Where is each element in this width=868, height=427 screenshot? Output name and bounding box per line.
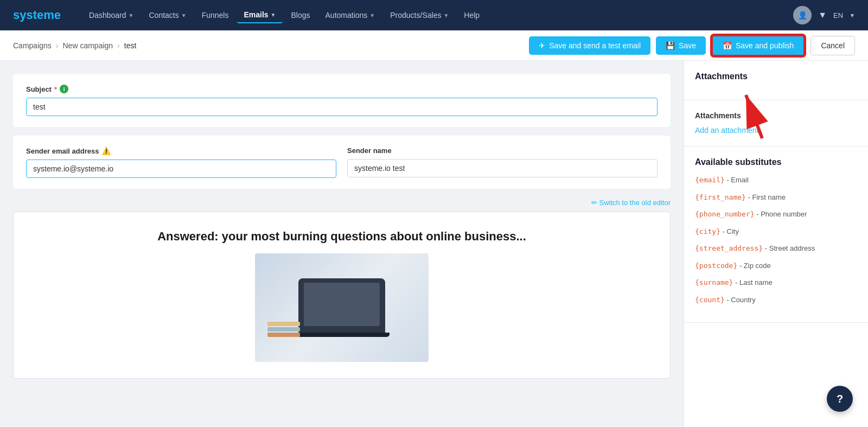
avatar[interactable]: 👤 [793,6,812,24]
save-icon: 💾 [666,41,675,50]
sender-row: Sender email address ⚠️ Sender name [26,146,658,178]
substitute-postcode: {postcode} - Zip code [695,260,857,271]
sender-email-input[interactable] [26,160,336,178]
avatar-chevron-icon[interactable]: ▼ [818,10,827,20]
sender-name-input[interactable] [347,159,658,177]
sender-email-label: Sender email address ⚠️ [26,146,336,155]
email-preview-title: Answered: your most burning questions ab… [27,228,657,245]
subject-section: Subject * i [13,74,671,127]
substitute-surname: {surname} - Last name [695,277,857,288]
sidebar: Attachments Attachments Add an attachmen… [684,61,868,427]
substitute-first-name: {first_name} - First name [695,192,857,203]
breadcrumb-sep-2: › [117,41,120,50]
content-area: Subject * i Sender email address ⚠️ Send [0,61,684,427]
main-layout: Subject * i Sender email address ⚠️ Send [0,61,868,427]
substitute-email: {email} - Email [695,175,857,186]
substitutes-section: Available substitutes {email} - Email {f… [684,146,868,323]
nav-emails[interactable]: Emails ▼ [237,7,282,23]
cancel-button[interactable]: Cancel [810,36,855,55]
chevron-icon: ▼ [369,12,375,18]
chevron-icon: ▼ [181,12,187,18]
help-button[interactable]: ? [827,386,853,412]
subject-input[interactable] [26,98,658,116]
navbar: systeme Dashboard ▼ Contacts ▼ Funnels E… [0,0,868,30]
navbar-right: 👤 ▼ EN ▼ [793,6,855,24]
chevron-icon: ▼ [129,12,134,18]
substitute-street: {street_address} - Street address [695,243,857,254]
nav-blogs[interactable]: Blogs [285,8,317,23]
nav-products-sales[interactable]: Products/Sales ▼ [384,8,455,23]
breadcrumb-new-campaign[interactable]: New campaign [63,41,113,50]
substitute-country: {count} - Country [695,295,857,305]
save-test-email-button[interactable]: ✈ Save and send a test email [529,36,650,55]
breadcrumb-campaigns[interactable]: Campaigns [13,41,52,50]
language-selector[interactable]: EN [833,11,843,20]
attachments-main-heading: Attachments [695,72,857,81]
substitute-city: {city} - City [695,226,857,237]
breadcrumb-sep-1: › [56,41,59,50]
sender-email-col: Sender email address ⚠️ [26,146,336,178]
breadcrumb: Campaigns › New campaign › test [13,41,136,50]
sender-name-label: Sender name [347,146,658,155]
nav-contacts[interactable]: Contacts ▼ [142,8,193,23]
attachments-sub-title: Attachments [695,111,857,120]
sender-section: Sender email address ⚠️ Sender name [13,136,671,189]
subject-label: Subject * i [26,85,658,93]
substitutes-heading: Available substitutes [695,157,857,167]
breadcrumb-current: test [124,41,137,50]
required-marker: * [54,85,57,93]
add-attachment-link[interactable]: Add an attachment [695,126,759,135]
nav-funnels[interactable]: Funnels [195,8,235,23]
substitute-phone: {phone_number} - Phone number [695,209,857,220]
brand-logo[interactable]: systeme [13,8,61,22]
calendar-icon: 📅 [723,41,732,50]
editor-section: Switch to the old editor Answered: your … [13,197,671,379]
nav-help[interactable]: Help [457,8,486,23]
sender-name-col: Sender name [347,146,658,178]
lang-chevron-icon[interactable]: ▼ [850,12,855,18]
attachments-heading-section: Attachments [684,61,868,100]
switch-editor-link[interactable]: Switch to the old editor [591,199,671,207]
nav-automations[interactable]: Automations ▼ [319,8,382,23]
save-publish-button[interactable]: 📅 Save and publish [711,35,805,56]
breadcrumb-actions: ✈ Save and send a test email 💾 Save 📅 Sa… [529,35,855,56]
warning-icon: ⚠️ [101,146,111,155]
breadcrumb-bar: Campaigns › New campaign › test ✈ Save a… [0,30,868,61]
nav-menu: Dashboard ▼ Contacts ▼ Funnels Emails ▼ … [82,7,793,23]
send-icon: ✈ [539,41,545,50]
save-button[interactable]: 💾 Save [656,36,706,55]
switch-editor-bar: Switch to the old editor [13,197,671,207]
email-preview: Answered: your most burning questions ab… [13,212,671,379]
attachments-section: Attachments Add an attachment [684,100,868,146]
email-preview-image [255,253,429,362]
info-icon: i [60,85,68,93]
chevron-icon: ▼ [443,12,449,18]
nav-dashboard[interactable]: Dashboard ▼ [82,8,140,23]
email-preview-content: Answered: your most burning questions ab… [14,212,670,378]
chevron-icon: ▼ [271,12,276,18]
